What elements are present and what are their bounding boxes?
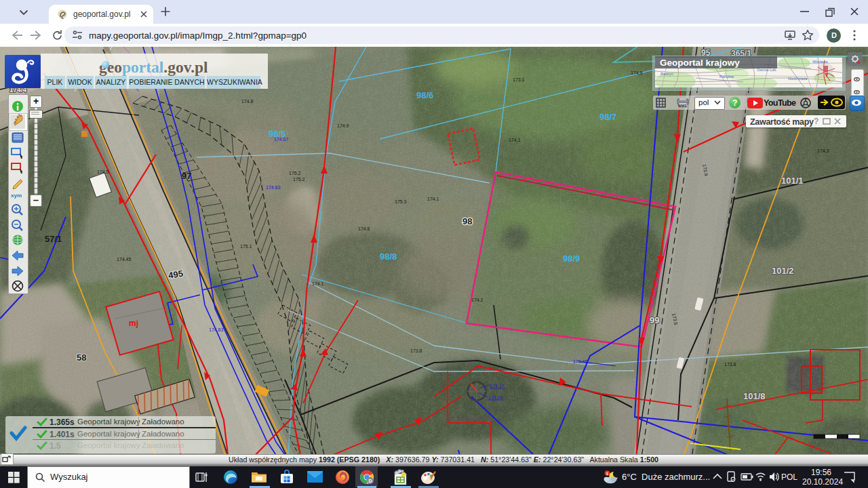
svg-text:174.8: 174.8	[241, 99, 254, 104]
svg-text:173.1: 173.1	[513, 77, 525, 82]
svg-text:173.5: 173.5	[671, 312, 679, 325]
svg-text:98: 98	[462, 216, 472, 226]
svg-text:98/9: 98/9	[563, 253, 580, 264]
svg-text:175.2: 175.2	[289, 171, 301, 176]
svg-text:WMS: WMS	[678, 104, 687, 108]
svg-text:174.9: 174.9	[337, 123, 349, 128]
svg-text:Parczew: Parczew	[719, 75, 734, 79]
svg-text:Niedźwiada: Niedźwiada	[788, 77, 808, 81]
svg-text:175.2: 175.2	[293, 177, 305, 182]
svg-text:174,1: 174,1	[427, 197, 439, 201]
svg-text:57/1: 57/1	[45, 234, 62, 244]
svg-text:174.9: 174.9	[631, 70, 643, 75]
svg-text:Włodawa: Włodawa	[812, 60, 829, 64]
svg-text:174.67: 174.67	[274, 137, 289, 142]
svg-text:174.16: 174.16	[488, 395, 503, 400]
svg-text:173.8: 173.8	[410, 348, 422, 353]
svg-text:D: D	[369, 479, 372, 483]
svg-text:174.2: 174.2	[471, 298, 484, 302]
svg-text:175.1: 175.1	[240, 244, 252, 249]
svg-text:101/2: 101/2	[772, 266, 794, 276]
svg-text:174.5: 174.5	[97, 169, 109, 174]
svg-text:173.45: 173.45	[573, 359, 588, 364]
svg-text:174.17: 174.17	[490, 384, 505, 388]
svg-text:174.45: 174.45	[117, 257, 132, 262]
svg-text:174.3: 174.3	[817, 148, 829, 153]
svg-text:97: 97	[182, 171, 191, 181]
svg-text:495: 495	[167, 268, 184, 281]
svg-text:xym: xym	[11, 192, 22, 199]
svg-text:58: 58	[77, 352, 86, 363]
svg-text:174.1: 174.1	[312, 281, 324, 286]
svg-text:101/1: 101/1	[781, 176, 804, 186]
svg-text:Radzyń: Radzyń	[660, 72, 673, 76]
svg-text:98/7: 98/7	[599, 112, 616, 122]
svg-text:173.9: 173.9	[702, 164, 709, 177]
svg-text:174.83: 174.83	[266, 185, 281, 190]
svg-text:175.3: 175.3	[395, 199, 407, 204]
svg-text:101/8: 101/8	[743, 391, 766, 401]
svg-text:mj: mj	[129, 319, 138, 328]
svg-text:174.83: 174.83	[209, 327, 224, 332]
svg-text:173.8: 173.8	[724, 362, 736, 367]
svg-text:98/6: 98/6	[416, 90, 433, 100]
svg-text:174,1: 174,1	[509, 138, 521, 142]
svg-text:98/8: 98/8	[380, 251, 397, 262]
svg-text:99: 99	[650, 315, 659, 325]
svg-text:174.8: 174.8	[358, 226, 370, 231]
